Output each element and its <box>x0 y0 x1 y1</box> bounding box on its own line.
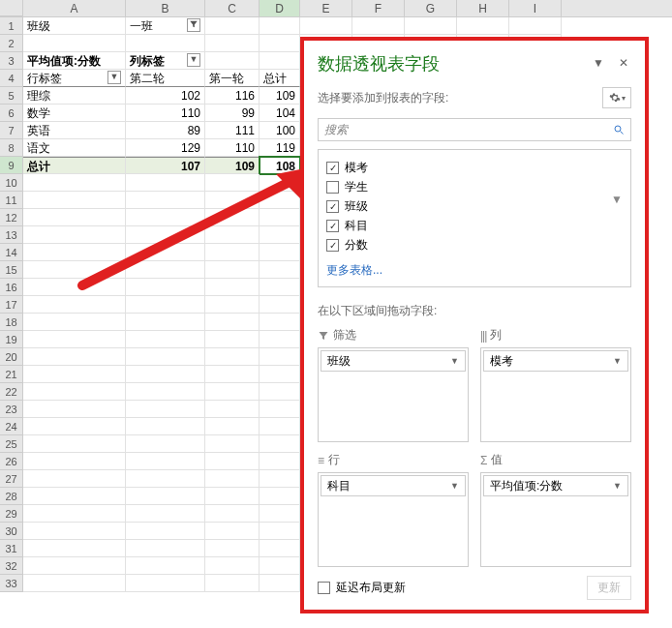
row-header-18[interactable]: 18 <box>0 314 23 331</box>
cell-A24[interactable] <box>23 418 126 435</box>
cell-G1[interactable] <box>405 17 457 35</box>
row-header-5[interactable]: 5 <box>0 87 23 105</box>
cell-C6[interactable]: 99 <box>205 105 260 122</box>
cell-C1[interactable] <box>205 17 260 35</box>
cell-A30[interactable] <box>23 523 126 540</box>
cell-C4[interactable]: 第一轮 <box>205 70 260 87</box>
cell-D26[interactable] <box>260 453 300 470</box>
cell-D32[interactable] <box>260 557 300 575</box>
area-item[interactable]: 平均值项:分数▼ <box>483 475 628 496</box>
cell-C13[interactable] <box>205 226 260 244</box>
cell-C14[interactable] <box>205 244 260 261</box>
cell-D23[interactable] <box>260 401 300 418</box>
cell-C28[interactable] <box>205 488 260 505</box>
cell-C8[interactable]: 110 <box>205 139 260 157</box>
row-header-15[interactable]: 15 <box>0 261 23 279</box>
cell-B11[interactable] <box>126 192 205 209</box>
defer-update-checkbox[interactable] <box>318 582 330 594</box>
row-header-9[interactable]: 9 <box>0 157 23 174</box>
cell-D2[interactable] <box>260 35 300 52</box>
cell-D1[interactable] <box>260 17 300 35</box>
cell-A10[interactable] <box>23 174 126 192</box>
row-header-23[interactable]: 23 <box>0 401 23 418</box>
columns-drop[interactable]: 模考▼ <box>480 347 631 442</box>
row-header-30[interactable]: 30 <box>0 523 23 540</box>
col-header-D[interactable]: D <box>260 0 300 16</box>
field-checkbox[interactable]: ✓ <box>326 162 339 174</box>
cell-C16[interactable] <box>205 279 260 296</box>
cell-B2[interactable] <box>126 35 205 52</box>
cell-A23[interactable] <box>23 401 126 418</box>
cell-D18[interactable] <box>260 314 300 331</box>
row-header-25[interactable]: 25 <box>0 435 23 453</box>
field-item-科目[interactable]: ✓科目 <box>326 216 623 235</box>
cell-A8[interactable]: 语文 <box>23 139 126 157</box>
cell-H1[interactable] <box>457 17 509 35</box>
filter-icon[interactable]: ▼ <box>611 193 623 206</box>
cell-B30[interactable] <box>126 523 205 540</box>
cell-D15[interactable] <box>260 261 300 279</box>
row-header-6[interactable]: 6 <box>0 105 23 122</box>
row-header-2[interactable]: 2 <box>0 35 23 52</box>
row-header-12[interactable]: 12 <box>0 209 23 226</box>
cell-B4[interactable]: 第二轮 <box>126 70 205 87</box>
col-header-F[interactable]: F <box>352 0 405 16</box>
cell-B5[interactable]: 102 <box>126 87 205 105</box>
cell-A17[interactable] <box>23 296 126 314</box>
row-header-13[interactable]: 13 <box>0 226 23 244</box>
cell-B33[interactable] <box>126 575 205 592</box>
values-drop[interactable]: 平均值项:分数▼ <box>480 472 631 567</box>
cell-D20[interactable] <box>260 348 300 366</box>
row-header-29[interactable]: 29 <box>0 505 23 523</box>
cell-C33[interactable] <box>205 575 260 592</box>
cell-A25[interactable] <box>23 435 126 453</box>
cell-A15[interactable] <box>23 261 126 279</box>
cell-B8[interactable]: 129 <box>126 139 205 157</box>
col-header-B[interactable]: B <box>126 0 205 16</box>
cell-A1[interactable]: 班级 <box>23 17 126 35</box>
cell-B19[interactable] <box>126 331 205 348</box>
row-header-16[interactable]: 16 <box>0 279 23 296</box>
cell-I1[interactable] <box>509 17 562 35</box>
field-checkbox[interactable]: ✓ <box>326 220 339 232</box>
cell-D27[interactable] <box>260 470 300 488</box>
row-header-7[interactable]: 7 <box>0 122 23 139</box>
cell-A14[interactable] <box>23 244 126 261</box>
cell-D3[interactable] <box>260 52 300 70</box>
cell-C11[interactable] <box>205 192 260 209</box>
filter-dropdown-icon[interactable]: ▼ <box>187 53 200 67</box>
cell-B26[interactable] <box>126 453 205 470</box>
cell-D11[interactable] <box>260 192 300 209</box>
cell-C18[interactable] <box>205 314 260 331</box>
field-search-input[interactable]: 搜索 <box>318 118 631 141</box>
cell-A2[interactable] <box>23 35 126 52</box>
cell-C17[interactable] <box>205 296 260 314</box>
cell-B13[interactable] <box>126 226 205 244</box>
cell-A5[interactable]: 理综 <box>23 87 126 105</box>
cell-E1[interactable] <box>300 17 352 35</box>
cell-C9[interactable]: 109 <box>205 157 260 174</box>
cell-B6[interactable]: 110 <box>126 105 205 122</box>
cell-D8[interactable]: 119 <box>260 139 300 157</box>
cell-C3[interactable] <box>205 52 260 70</box>
cell-D29[interactable] <box>260 505 300 523</box>
cell-A33[interactable] <box>23 575 126 592</box>
row-header-10[interactable]: 10 <box>0 174 23 192</box>
cell-D25[interactable] <box>260 435 300 453</box>
cell-C26[interactable] <box>205 453 260 470</box>
row-header-20[interactable]: 20 <box>0 348 23 366</box>
row-header-22[interactable]: 22 <box>0 383 23 401</box>
cell-A20[interactable] <box>23 348 126 366</box>
pane-close-button[interactable]: ✕ <box>616 56 631 72</box>
cell-A4[interactable]: 行标签▼ <box>23 70 126 87</box>
more-tables-link[interactable]: 更多表格... <box>326 262 623 279</box>
row-header-17[interactable]: 17 <box>0 296 23 314</box>
filter-dropdown-icon[interactable]: ▼ <box>107 71 121 84</box>
row-header-14[interactable]: 14 <box>0 244 23 261</box>
filter-drop[interactable]: 班级▼ <box>318 347 469 442</box>
col-header-C[interactable]: C <box>205 0 260 16</box>
cell-C32[interactable] <box>205 557 260 575</box>
cell-A3[interactable]: 平均值项:分数 <box>23 52 126 70</box>
cell-C2[interactable] <box>205 35 260 52</box>
cell-B17[interactable] <box>126 296 205 314</box>
